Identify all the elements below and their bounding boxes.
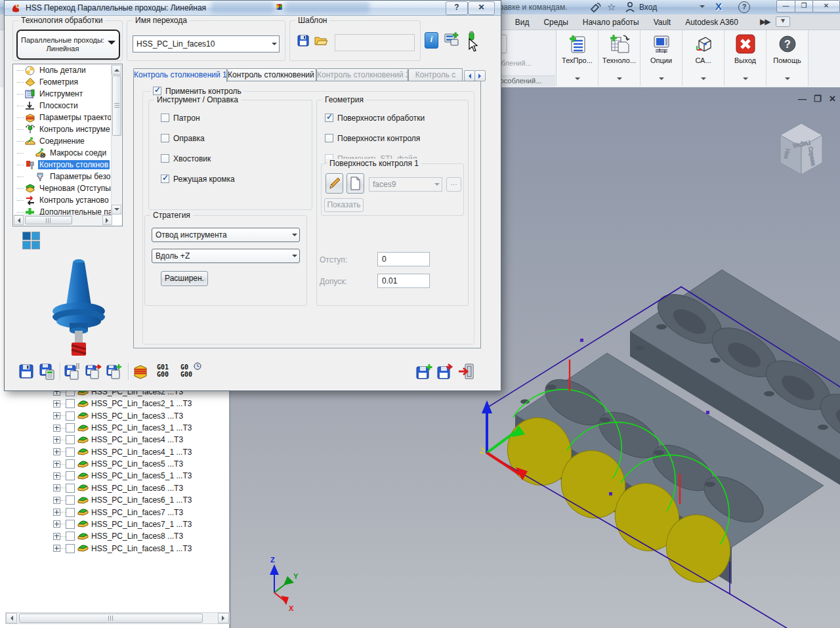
ribbon-overflow-icon[interactable]: ▶▶ [760, 17, 769, 26]
app-restore-button[interactable]: ❐ [795, 0, 813, 12]
template-field[interactable] [335, 34, 415, 51]
dialog-help-button[interactable]: ? [446, 1, 468, 15]
dropdown-caret-icon[interactable] [617, 77, 622, 83]
checkbox[interactable] [153, 87, 161, 95]
browser-item-9[interactable]: HSS_PC_Lin_faces6_1 ...T3 [0, 494, 192, 506]
browser-item-1[interactable]: HSS_PC_Lin_faces2_1 ...T3 [0, 398, 192, 409]
browser-item-13[interactable]: HSS_PC_Lin_faces8_1 ...T3 [0, 543, 192, 555]
apply-settings-icon[interactable] [443, 31, 461, 49]
transition-name-combo[interactable]: HSS_PC_Lin_faces10 [133, 35, 280, 52]
checkbox[interactable] [161, 114, 169, 122]
visibility-checkbox[interactable] [66, 484, 75, 493]
tab-collision-4[interactable]: Контроль с [408, 68, 463, 81]
dropdown-caret-icon[interactable] [701, 77, 706, 83]
help-icon[interactable]: ? [738, 1, 750, 13]
ribbon-button-techpro[interactable]: ТехПро... [556, 30, 598, 86]
tree-item-0[interactable]: Ноль детали [13, 64, 122, 76]
exit-dialog-icon[interactable] [457, 363, 474, 380]
ribbon-tab-5[interactable]: Autodesk A360 [685, 18, 738, 27]
ribbon-collapse-icon[interactable]: ▾ [776, 16, 790, 27]
browser-item-7[interactable]: HSS_PC_Lin_faces5_1 ...T3 [0, 470, 192, 482]
expand-plus-icon[interactable] [53, 472, 60, 480]
compute-list-icon[interactable] [64, 363, 81, 380]
tab-collision-2[interactable]: Контроль столкновений 2 [227, 68, 316, 81]
tool-check-3[interactable]: Режущая кромка [161, 175, 235, 183]
window-layout-button[interactable] [22, 232, 40, 249]
browser-item-12[interactable]: HSS_PC_Lin_faces8 ...T3 [0, 530, 183, 542]
expand-plus-icon[interactable] [53, 461, 60, 468]
expand-plus-icon[interactable] [53, 436, 60, 444]
save-icon[interactable] [18, 363, 35, 380]
strategy-combo[interactable]: Отвод инструмента [152, 228, 300, 242]
visibility-checkbox[interactable] [66, 448, 75, 457]
ribbon-tab-1[interactable]: Вид [515, 18, 530, 27]
tree-item-11[interactable]: Контроль установо [13, 194, 122, 206]
geometry-check-1[interactable]: Поверхности контроля [325, 134, 425, 142]
control-surface-combo[interactable]: faces9 [369, 177, 442, 192]
tree-item-8[interactable]: Контроль столкнов [13, 159, 122, 171]
tree-item-1[interactable]: Геометрия [13, 76, 122, 88]
visibility-checkbox[interactable] [66, 495, 75, 505]
tree-hscrollbar[interactable] [14, 215, 112, 225]
save-compute-icon[interactable] [39, 363, 56, 380]
expand-plus-icon[interactable] [53, 533, 60, 540]
browser-item-10[interactable]: HSS_PC_Lin_faces7 ...T3 [0, 507, 183, 518]
dropdown-caret-icon[interactable] [659, 77, 664, 83]
checkbox[interactable] [161, 134, 169, 142]
direction-combo[interactable]: Вдоль +Z [152, 249, 300, 263]
visibility-checkbox[interactable] [66, 399, 75, 408]
expand-plus-icon[interactable] [53, 497, 60, 504]
browser-item-2[interactable]: HSS_PC_Lin_faces3 ...T3 [0, 410, 183, 422]
visibility-checkbox[interactable] [66, 532, 75, 541]
checkbox[interactable] [161, 175, 169, 183]
scroll-up-icon[interactable] [112, 65, 121, 75]
doc-minimize-button[interactable]: — [798, 94, 807, 104]
tree-vscrollbar[interactable] [111, 65, 121, 215]
ribbon-button-cam[interactable]: СА... [682, 30, 724, 86]
save-add-icon[interactable] [415, 363, 432, 380]
tab-scroll-right[interactable] [474, 70, 486, 81]
tolerance-field[interactable]: 0.01 [377, 274, 430, 288]
layers-icon[interactable] [132, 363, 149, 380]
app-minimize-button[interactable]: — [776, 0, 795, 12]
visibility-checkbox[interactable] [66, 411, 75, 421]
expand-plus-icon[interactable] [53, 400, 60, 408]
save-template-icon[interactable] [297, 34, 310, 47]
tab-collision-1[interactable]: Контроль столкновений 1 [133, 68, 227, 82]
show-button[interactable]: Показать [324, 198, 364, 212]
browser-hscroll-thumb[interactable] [19, 614, 203, 623]
expand-plus-icon[interactable] [53, 448, 60, 455]
expand-plus-icon[interactable] [53, 412, 60, 419]
browse-surface-button[interactable]: ... [446, 177, 461, 192]
browser-item-4[interactable]: HSS_PC_Lin_faces4 ...T3 [0, 434, 183, 446]
scroll-down-icon[interactable] [112, 205, 121, 215]
expand-plus-icon[interactable] [53, 509, 60, 516]
doc-restore-button[interactable]: ❐ [814, 94, 822, 104]
ribbon-tab-4[interactable]: Vault [654, 18, 671, 27]
offset-field[interactable]: 0 [377, 252, 430, 266]
dropdown-caret-icon[interactable] [743, 77, 748, 83]
visibility-checkbox[interactable] [66, 520, 75, 529]
visibility-checkbox[interactable] [66, 459, 75, 469]
tree-item-6[interactable]: Соединение [13, 135, 122, 147]
save-next-icon[interactable] [436, 363, 453, 380]
tab-collision-3[interactable]: Контроль столкновений 3 [316, 68, 408, 81]
favorites-star-icon[interactable]: ☆ [607, 1, 616, 13]
browser-item-8[interactable]: HSS_PC_Lin_faces6 ...T3 [0, 482, 183, 494]
compute-run-icon[interactable] [85, 363, 102, 380]
ribbon-button-exit[interactable]: Выход [724, 30, 766, 86]
doc-close-button[interactable]: ✕ [829, 94, 836, 104]
tab-scroll-left[interactable] [464, 70, 475, 81]
dropdown-caret-icon[interactable] [575, 77, 580, 83]
tree-item-4[interactable]: Параметры траекто [13, 112, 122, 123]
tree-item-3[interactable]: Плоскости [13, 100, 122, 112]
apply-control-checkbox[interactable]: Применить контроль [151, 87, 243, 95]
scroll-right-icon[interactable] [218, 613, 229, 623]
tree-item-5[interactable]: Контроль инструме [13, 123, 122, 135]
signin-caret-icon[interactable] [700, 5, 705, 10]
expand-plus-icon[interactable] [53, 425, 60, 432]
browser-item-3[interactable]: HSS_PC_Lin_faces3_1 ...T3 [0, 422, 192, 434]
browser-item-11[interactable]: HSS_PC_Lin_faces7_1 ...T3 [0, 518, 192, 530]
expand-plus-icon[interactable] [53, 520, 60, 528]
open-template-icon[interactable] [314, 34, 328, 47]
